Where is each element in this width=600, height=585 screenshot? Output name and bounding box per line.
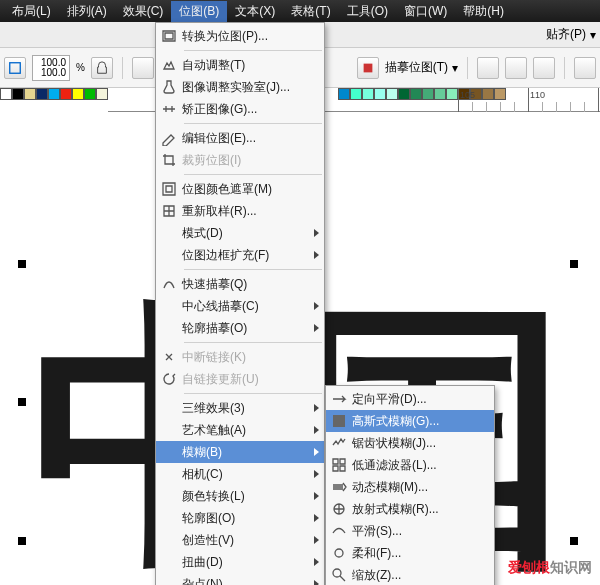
menu-arrange[interactable]: 排列(A) [59, 1, 115, 22]
swatch[interactable] [482, 88, 494, 100]
blur-menu-item-7[interactable]: 柔和(F)... [326, 542, 494, 564]
break-icon [156, 349, 182, 365]
menu-help[interactable]: 帮助(H) [455, 1, 512, 22]
straighten-icon [156, 101, 182, 117]
bitmap-menu-item-27[interactable]: 创造性(V) [156, 529, 324, 551]
bitmap-menu-item-11[interactable]: 模式(D) [156, 222, 324, 244]
menu-item-label: 位图边框扩充(F) [182, 247, 269, 264]
paste-dropdown[interactable]: 贴齐(P) ▾ [546, 26, 596, 43]
selection-handle[interactable] [18, 537, 26, 545]
swatch[interactable] [350, 88, 362, 100]
bitmap-menu-item-6[interactable]: 编辑位图(E)... [156, 127, 324, 149]
tool-btn-7[interactable] [574, 57, 596, 79]
swatch[interactable] [398, 88, 410, 100]
blur-submenu: 定向平滑(D)...高斯式模糊(G)...锯齿状模糊(J)...低通滤波器(L)… [325, 385, 495, 585]
bitmap-menu-item-26[interactable]: 轮廓图(O) [156, 507, 324, 529]
bitmap-menu-item-14[interactable]: 快速描摹(Q) [156, 273, 324, 295]
lock-ratio-button[interactable] [91, 57, 113, 79]
menu-text[interactable]: 文本(X) [227, 1, 283, 22]
bitmap-menu-item-16[interactable]: 轮廓描摹(O) [156, 317, 324, 339]
menu-table[interactable]: 表格(T) [283, 1, 338, 22]
blur-menu-item-3[interactable]: 低通滤波器(L)... [326, 454, 494, 476]
swatch[interactable] [72, 88, 84, 100]
tool-btn-1[interactable] [4, 57, 26, 79]
tool-btn-2[interactable] [132, 57, 154, 79]
menu-bitmap[interactable]: 位图(B) [171, 1, 227, 22]
trace-dropdown[interactable]: 描摹位图(T) ▾ [385, 59, 458, 76]
bitmap-menu-item-3[interactable]: 图像调整实验室(J)... [156, 76, 324, 98]
bitmap-menu-item-2[interactable]: 自动调整(T) [156, 54, 324, 76]
selection-handle[interactable] [18, 398, 26, 406]
swatch[interactable] [410, 88, 422, 100]
radial-icon [326, 501, 352, 517]
submenu-arrow-icon [314, 404, 319, 412]
swatch[interactable] [362, 88, 374, 100]
selection-handle[interactable] [570, 260, 578, 268]
blur-menu-item-5[interactable]: 放射式模糊(R)... [326, 498, 494, 520]
color-palette-right[interactable] [338, 88, 506, 100]
menu-tools[interactable]: 工具(O) [339, 1, 396, 22]
blur-menu-item-1[interactable]: 高斯式模糊(G)... [326, 410, 494, 432]
bitmap-menu-item-10[interactable]: 重新取样(R)... [156, 200, 324, 222]
swatch[interactable] [374, 88, 386, 100]
submenu-arrow-icon [314, 536, 319, 544]
swatch[interactable] [0, 88, 12, 100]
selection-handle[interactable] [18, 260, 26, 268]
swatch[interactable] [434, 88, 446, 100]
bitmap-menu-item-15[interactable]: 中心线描摹(C) [156, 295, 324, 317]
swatch[interactable] [494, 88, 506, 100]
swatch[interactable] [48, 88, 60, 100]
swatch[interactable] [96, 88, 108, 100]
menu-window[interactable]: 窗口(W) [396, 1, 455, 22]
zoom-icon [326, 567, 352, 583]
swatch[interactable] [60, 88, 72, 100]
swatch[interactable] [422, 88, 434, 100]
edit-bitmap-button[interactable] [357, 57, 379, 79]
menu-effects[interactable]: 效果(C) [115, 1, 172, 22]
swatch[interactable] [24, 88, 36, 100]
dir-icon [326, 391, 352, 407]
submenu-arrow-icon [314, 492, 319, 500]
selection-handle[interactable] [570, 537, 578, 545]
gauss-icon [326, 413, 352, 429]
menu-separator [184, 342, 322, 343]
submenu-arrow-icon [314, 324, 319, 332]
swatch[interactable] [446, 88, 458, 100]
swatch[interactable] [338, 88, 350, 100]
tool-btn-4[interactable] [477, 57, 499, 79]
bitmap-menu-item-0[interactable]: 转换为位图(P)... [156, 25, 324, 47]
bitmap-menu-item-12[interactable]: 位图边框扩充(F) [156, 244, 324, 266]
bitmap-menu-item-25[interactable]: 颜色转换(L) [156, 485, 324, 507]
blur-menu-item-8[interactable]: 缩放(Z)... [326, 564, 494, 585]
svg-rect-1 [363, 63, 372, 72]
bitmap-menu-item-21[interactable]: 三维效果(3) [156, 397, 324, 419]
menu-item-label: 模糊(B) [182, 444, 222, 461]
blur-menu-item-6[interactable]: 平滑(S)... [326, 520, 494, 542]
bitmap-menu-item-29[interactable]: 杂点(N) [156, 573, 324, 585]
blur-menu-item-4[interactable]: 动态模糊(M)... [326, 476, 494, 498]
color-palette-left[interactable] [0, 88, 108, 100]
blur-menu-item-2[interactable]: 锯齿状模糊(J)... [326, 432, 494, 454]
bitmap-menu-item-23[interactable]: 模糊(B) [156, 441, 324, 463]
chevron-down-icon: ▾ [590, 28, 596, 42]
crop-icon [156, 152, 182, 168]
menu-layout[interactable]: 布局(L) [4, 1, 59, 22]
bitmap-menu-item-22[interactable]: 艺术笔触(A) [156, 419, 324, 441]
bitmap-menu-item-24[interactable]: 相机(C) [156, 463, 324, 485]
scale-x-input[interactable]: 100.0100.0 [32, 55, 70, 81]
blur-menu-item-0[interactable]: 定向平滑(D)... [326, 388, 494, 410]
tool-btn-6[interactable] [533, 57, 555, 79]
swatch[interactable] [84, 88, 96, 100]
tool-btn-5[interactable] [505, 57, 527, 79]
menu-item-label: 创造性(V) [182, 532, 234, 549]
bitmap-menu-item-28[interactable]: 扭曲(D) [156, 551, 324, 573]
menu-item-label: 定向平滑(D)... [352, 391, 427, 408]
bitmap-menu-item-4[interactable]: 矫正图像(G)... [156, 98, 324, 120]
menu-separator [184, 393, 322, 394]
menu-item-label: 杂点(N) [182, 576, 223, 586]
auto-icon [156, 57, 182, 73]
bitmap-menu-item-9[interactable]: 位图颜色遮罩(M) [156, 178, 324, 200]
swatch[interactable] [386, 88, 398, 100]
swatch[interactable] [36, 88, 48, 100]
swatch[interactable] [12, 88, 24, 100]
